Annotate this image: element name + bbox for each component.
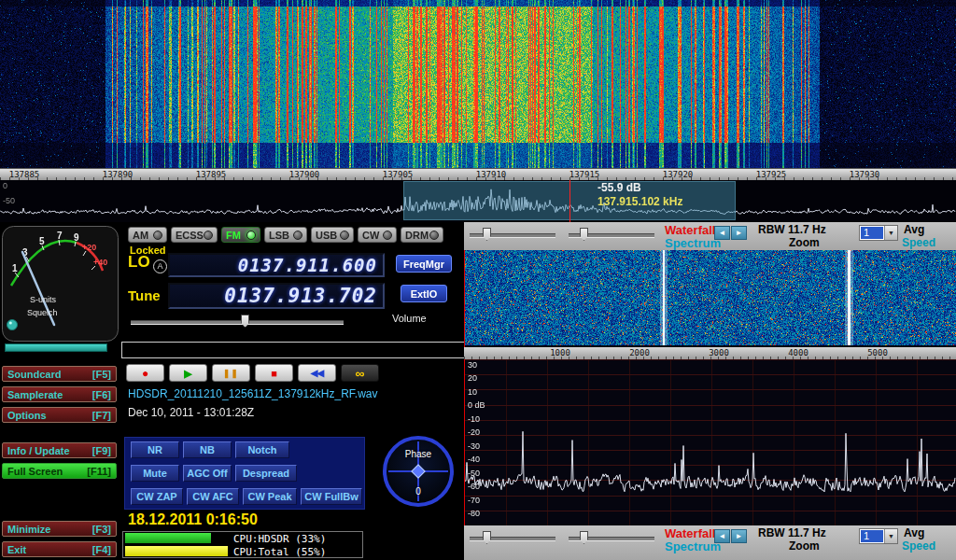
- play-icon: ▶: [184, 368, 191, 379]
- options-button[interactable]: Options[F7]: [2, 407, 117, 423]
- lo-frequency-display[interactable]: 0137.911.600: [168, 253, 385, 277]
- main-waterfall-canvas[interactable]: [0, 0, 956, 168]
- mode-led: [340, 231, 349, 240]
- zoom-label: Zoom: [789, 539, 820, 553]
- exit-button[interactable]: Exit[F4]: [2, 541, 117, 557]
- zoom-scale-label: 2000: [629, 348, 650, 357]
- button-hotkey: [F4]: [92, 544, 111, 555]
- button-label: Exit: [7, 544, 26, 555]
- main-spectrum[interactable]: 0 -50 -55.9 dB 137.915.102 kHz: [0, 180, 956, 222]
- info-update-button[interactable]: Info / Update[F9]: [2, 442, 117, 458]
- cw-fullbw-button[interactable]: CW FullBw: [301, 488, 362, 505]
- db-axis-label: -10: [468, 415, 480, 424]
- zoom-out-button[interactable]: ◄: [714, 529, 730, 543]
- notch-button[interactable]: Notch: [235, 441, 289, 458]
- full-screen-button[interactable]: Full Screen[F11]: [2, 463, 117, 479]
- pause-button[interactable]: ❚❚: [212, 364, 250, 382]
- db-axis-label: -70: [468, 497, 480, 505]
- mode-button-usb[interactable]: USB: [311, 227, 354, 243]
- avg-dropdown[interactable]: 1 ▼: [859, 225, 898, 241]
- record-button[interactable]: ●: [126, 364, 164, 382]
- db-axis-label: -60: [468, 483, 480, 491]
- mode-button-lsb[interactable]: LSB: [264, 227, 307, 243]
- rewind-button[interactable]: ◀◀: [298, 364, 336, 382]
- avg-dropdown-value: 1: [861, 227, 883, 239]
- phase-value: 0: [387, 486, 450, 497]
- s-meter-scale-plus40: +40: [93, 258, 107, 267]
- db-axis-label: 10: [468, 388, 477, 397]
- cpu-meter-box: CPU:HDSDR (33%) CPU:Total (55%): [122, 531, 363, 558]
- zoom-spectrum[interactable]: 30 20 10 0 dB -10 -20 -30 -40 -50 -60 -7…: [464, 359, 956, 525]
- nb-button[interactable]: NB: [183, 441, 232, 458]
- agc-button[interactable]: AGC Off: [183, 465, 232, 482]
- button-label: Minimize: [7, 524, 50, 535]
- play-button[interactable]: ▶: [169, 364, 207, 382]
- contrast-slider-top[interactable]: [569, 227, 654, 242]
- dropdown-arrow-icon[interactable]: ▼: [884, 226, 897, 240]
- db-axis-label: -50: [468, 469, 480, 478]
- nr-button[interactable]: NR: [131, 441, 179, 458]
- zoom-in-button[interactable]: ►: [731, 226, 747, 240]
- avg-label: Avg: [904, 526, 924, 539]
- button-label: Full Screen: [7, 466, 63, 477]
- dropdown-arrow-icon[interactable]: ▼: [884, 529, 897, 543]
- slider-thumb[interactable]: [580, 531, 588, 544]
- dsp-panel: NR NB Notch Mute AGC Off Despread CW ZAP…: [124, 437, 365, 510]
- brightness-slider-top[interactable]: [470, 227, 555, 242]
- output-level-box[interactable]: [121, 342, 465, 358]
- cw-zap-button[interactable]: CW ZAP: [131, 488, 183, 505]
- spectrum-axis-label: 0: [3, 181, 7, 190]
- rbw-label: RBW 11.7 Hz: [758, 526, 826, 539]
- despread-button[interactable]: Despread: [235, 465, 297, 482]
- minimize-button[interactable]: Minimize[F3]: [2, 521, 117, 537]
- slider-thumb[interactable]: [580, 228, 588, 241]
- freqmgr-button[interactable]: FreqMgr: [396, 255, 452, 273]
- freq-scale-label: 137885: [9, 170, 40, 179]
- mode-label: LSB: [269, 230, 289, 241]
- lock-badge[interactable]: A: [153, 259, 167, 273]
- volume-slider[interactable]: [131, 314, 344, 329]
- s-meter-scale-plus20: +20: [82, 243, 96, 252]
- mode-button-drm[interactable]: DRM: [401, 227, 443, 243]
- zoom-frequency-scale[interactable]: 1000 2000 3000 4000 5000: [464, 347, 956, 359]
- loop-button[interactable]: ∞: [341, 364, 379, 382]
- freq-scale-label: 137925: [756, 170, 787, 179]
- frequency-scale[interactable]: 137885 137890 137895 137900 137905 13791…: [0, 168, 956, 180]
- db-axis-label: 30: [468, 361, 477, 370]
- zoom-in-button[interactable]: ►: [731, 529, 747, 543]
- button-label: Options: [7, 410, 47, 421]
- zoom-waterfall-canvas[interactable]: [465, 250, 956, 345]
- brightness-slider-bottom[interactable]: [470, 530, 555, 545]
- waterfall-label: Waterfall: [665, 223, 715, 237]
- slider-thumb[interactable]: [483, 531, 491, 544]
- slider-thumb[interactable]: [483, 228, 491, 241]
- cw-peak-button[interactable]: CW Peak: [243, 488, 297, 505]
- stop-button[interactable]: ■: [255, 364, 293, 382]
- extio-button[interactable]: ExtIO: [401, 285, 447, 302]
- soundcard-button[interactable]: Soundcard[F5]: [2, 366, 117, 382]
- samplerate-button[interactable]: Samplerate[F6]: [2, 386, 117, 402]
- mode-button-cw[interactable]: CW: [358, 227, 397, 243]
- mode-button-ecss[interactable]: ECSS: [171, 227, 218, 243]
- db-axis-label: -20: [468, 428, 480, 437]
- phase-dial[interactable]: Phase 0: [383, 436, 454, 507]
- squelch-label[interactable]: Squelch: [27, 308, 58, 317]
- zoom-label: Zoom: [789, 236, 820, 249]
- wav-file-date: Dec 10, 2011 - 13:01:28Z: [128, 406, 254, 419]
- mode-button-fm[interactable]: FM: [221, 227, 260, 243]
- s-meter-bezel: [3, 227, 119, 342]
- mode-button-am[interactable]: AM: [128, 227, 167, 243]
- zoom-out-button[interactable]: ◄: [714, 226, 730, 240]
- slider-thumb[interactable]: [241, 315, 249, 328]
- zoom-spectrum-canvas[interactable]: [465, 359, 956, 525]
- tune-frequency-display[interactable]: 0137.913.702: [168, 283, 385, 309]
- zoom-waterfall[interactable]: [464, 250, 956, 347]
- mute-button[interactable]: Mute: [131, 465, 179, 482]
- avg-dropdown[interactable]: 1 ▼: [859, 528, 898, 544]
- contrast-slider-bottom[interactable]: [569, 530, 654, 545]
- freq-scale-label: 137920: [663, 170, 694, 179]
- button-label: Soundcard: [7, 369, 61, 380]
- cw-afc-button[interactable]: CW AFC: [187, 488, 239, 505]
- s-units-label: S-units: [30, 295, 57, 304]
- squelch-knob[interactable]: [7, 320, 18, 330]
